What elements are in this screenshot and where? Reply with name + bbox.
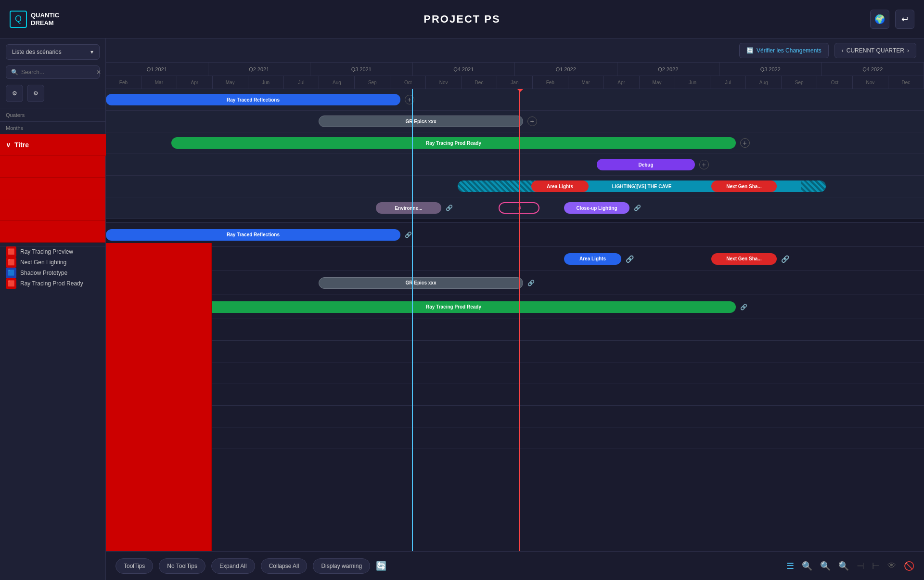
month-oct: Oct xyxy=(390,76,426,89)
month-nov-1: Nov xyxy=(426,76,462,89)
quarters-row: Q1 2021 Q2 2021 Q3 2021 Q4 2021 Q1 2022 … xyxy=(106,63,924,76)
empty-row-1 xyxy=(106,319,924,341)
month-nov-2: Nov xyxy=(853,76,888,89)
timeline-row-shadow-prototype: GR Epics xxx 🔗 xyxy=(106,271,924,295)
month-jun-2: Jun xyxy=(675,76,711,89)
row-label-next-gen-lighting: 🟥 Next Gen Lighting xyxy=(0,257,106,268)
main-body: Liste des scénarios ▾ 🔍 ✕ ⚙ ⚙ Quaters Mo… xyxy=(0,39,924,580)
separator xyxy=(0,243,105,246)
row-icon-shadow-prototype: 🟦 xyxy=(6,268,16,278)
quarter-nav-btn[interactable]: ‹ CURENNT QUARTER › xyxy=(834,43,916,58)
empty-row-3 xyxy=(106,362,924,384)
bar-next-gen-sha-titulo[interactable]: Next Gen Sha... xyxy=(711,180,777,192)
link-icon-environne: 🔗 xyxy=(446,205,453,211)
titulo-label: Titre xyxy=(14,141,29,149)
chevron-down-icon: ▾ xyxy=(90,49,93,55)
list-icon[interactable]: ☰ xyxy=(786,561,794,571)
clear-icon[interactable]: ✕ xyxy=(96,69,101,76)
titulo-timeline-row-5: LIGHTING][VS] THE CAVE Area Lights Next … xyxy=(106,176,924,197)
bar-area-lights-main[interactable]: Area Lights xyxy=(564,253,621,265)
today-marker: Today 21 oct xyxy=(412,89,413,551)
world-icon-btn[interactable]: 🌍 xyxy=(870,10,889,29)
bar-ray-tracing-prod-ready-titulo[interactable]: Ray Tracing Prod Ready xyxy=(171,137,736,149)
row-text-next-gen-lighting: Next Gen Lighting xyxy=(20,259,66,266)
verify-changes-btn[interactable]: 🔄 Vérifier les Changements xyxy=(739,43,829,58)
search-icon: 🔍 xyxy=(11,69,18,76)
titulo-header[interactable]: ∨ Titre xyxy=(0,134,106,156)
bar-ray-traced-reflections-main[interactable]: Ray Traced Reflections xyxy=(106,229,400,241)
add-green-btn[interactable]: + xyxy=(740,138,750,148)
collapse-all-btn[interactable]: Collapse All xyxy=(261,558,308,574)
ms2-marker: PS MS2 xyxy=(519,89,520,551)
scenario-dropdown[interactable]: Liste des scénarios ▾ xyxy=(6,44,100,60)
header-left: Q QUANTIC DREAM xyxy=(10,11,59,28)
settings-btn[interactable]: ⚙ xyxy=(27,85,44,102)
link-icon-ngl: 🔗 xyxy=(626,255,634,263)
bar-ray-traced-reflections-titulo[interactable]: Ray Traced Reflections xyxy=(106,94,400,105)
bar-next-gen-sha-main[interactable]: Next Gen Sha... xyxy=(711,253,777,265)
expand-all-btn[interactable]: Expand All xyxy=(211,558,255,574)
add-debug-btn[interactable]: + xyxy=(699,160,709,169)
zoom-in-icon[interactable]: 🔍 xyxy=(802,561,812,571)
quarter-q1-2022: Q1 2022 xyxy=(515,63,617,76)
zoom-in-plus-icon[interactable]: 🔍 xyxy=(820,561,831,571)
eye-slash-icon[interactable]: 🚫 xyxy=(904,561,914,571)
logo: Q QUANTIC DREAM xyxy=(10,11,59,28)
link-icon-rtp: 🔗 xyxy=(405,232,412,238)
link-icon-sp: 🔗 xyxy=(527,280,535,286)
empty-row-5 xyxy=(106,406,924,427)
quarter-q2-2021: Q2 2021 xyxy=(208,63,311,76)
eye-icon[interactable]: 👁 xyxy=(887,561,896,571)
sidebar-red-area xyxy=(106,243,212,551)
logout-icon: ↩ xyxy=(901,14,909,25)
header-right: 🌍 ↩ xyxy=(870,10,914,29)
timeline-row-ray-tracing-preview: Ray Traced Reflections 🔗 xyxy=(106,223,924,247)
refresh-btn[interactable]: 🔄 xyxy=(376,561,386,571)
quarter-q3-2022: Q3 2022 xyxy=(719,63,822,76)
link-icon-ngs: 🔗 xyxy=(781,255,789,263)
no-tooltips-btn[interactable]: No ToolTips xyxy=(159,558,205,574)
header: Q QUANTIC DREAM PROJECT PS 🌍 ↩ xyxy=(0,0,924,39)
bar-environne[interactable]: Environne... xyxy=(376,202,441,214)
bar-gr-epics[interactable]: GR Epics xxx xyxy=(319,116,523,127)
logout-btn[interactable]: ↩ xyxy=(895,10,914,29)
row-label-ray-tracing-preview: 🟥 Ray Tracing Preview xyxy=(0,246,106,257)
add-epics-btn[interactable]: + xyxy=(527,116,537,126)
timeline-area: 🔄 Vérifier les Changements ‹ CURENNT QUA… xyxy=(106,39,924,580)
search-input[interactable] xyxy=(21,69,93,76)
search-bar[interactable]: 🔍 ✕ xyxy=(6,65,100,79)
gantt-header: Q1 2021 Q2 2021 Q3 2021 Q4 2021 Q1 2022 … xyxy=(106,63,924,89)
row-label-ray-tracing-prod-ready: 🟥 Ray Tracing Prod Ready xyxy=(0,278,106,289)
month-mar-2: Mar xyxy=(568,76,604,89)
row-text-ray-tracing-preview: Ray Tracing Preview xyxy=(20,248,73,255)
titulo-sub-row-3 xyxy=(0,199,105,221)
bar-ray-tracing-prod-ready-main[interactable]: Ray Tracing Prod Ready xyxy=(171,301,736,313)
fit-left-icon[interactable]: ⊣ xyxy=(857,561,864,571)
quarters-container: Q1 2021 Q2 2021 Q3 2021 Q4 2021 Q1 2022 … xyxy=(106,63,924,76)
titulo-sub-row-4 xyxy=(0,221,105,243)
gantt-content: Ray Traced Reflections + GR Epics xxx + … xyxy=(106,89,924,551)
titulo-timeline-row-1: Ray Traced Reflections + xyxy=(106,89,924,111)
tooltips-btn[interactable]: ToolTips xyxy=(116,558,153,574)
bottom-right-tools: ☰ 🔍 🔍 🔍 ⊣ ⊢ 👁 🚫 xyxy=(786,561,914,571)
row-icon-next-gen-lighting: 🟥 xyxy=(6,257,16,268)
bar-debug[interactable]: Debug xyxy=(597,159,695,170)
bar-area-lights-titulo[interactable]: Area Lights xyxy=(531,180,589,192)
month-aug-2: Aug xyxy=(746,76,782,89)
bottom-bar: ToolTips No ToolTips Expand All Collapse… xyxy=(106,551,924,580)
quarter-q4-2021: Q4 2021 xyxy=(413,63,515,76)
page-title: PROJECT PS xyxy=(424,13,500,26)
display-warning-btn[interactable]: Display warning xyxy=(313,558,370,574)
timeline-row-ray-tracing-prod-ready: Ray Tracing Prod Ready 🔗 xyxy=(106,295,924,319)
logo-icon: Q xyxy=(10,11,27,28)
quarter-q4-2022: Q4 2022 xyxy=(822,63,924,76)
month-mar-1: Mar xyxy=(141,76,177,89)
timeline-topbar: 🔄 Vérifier les Changements ‹ CURENNT QUA… xyxy=(106,39,924,63)
bar-gr-epics-main[interactable]: GR Epics xxx xyxy=(319,277,523,289)
filter-btn[interactable]: ⚙ xyxy=(6,85,23,102)
zoom-out-icon[interactable]: 🔍 xyxy=(838,561,849,571)
row-label-shadow-prototype: 🟦 Shadow Prototype xyxy=(0,268,106,278)
timeline-row-next-gen-lighting: Area Lights 🔗 Next Gen Sha... 🔗 xyxy=(106,247,924,271)
bar-close-up-lighting[interactable]: Close-up Lighting xyxy=(564,202,629,214)
fit-right-icon[interactable]: ⊢ xyxy=(872,561,880,571)
